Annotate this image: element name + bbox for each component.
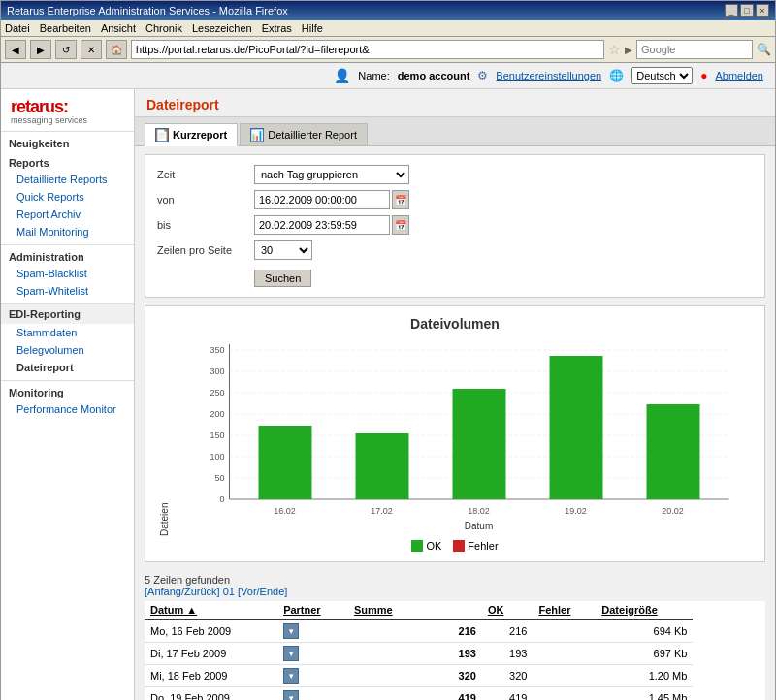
svg-text:350: 350: [210, 345, 224, 355]
table-row: Do, 19 Feb 2009 ▼ 419 419 1.45 Mb: [145, 687, 765, 701]
content-area: Dateireport 📄 Kurzreport 📊 Detaillierter…: [135, 89, 775, 700]
menu-extras[interactable]: Extras: [262, 22, 292, 34]
svg-text:50: 50: [214, 473, 224, 483]
partner-dropdown-icon[interactable]: ▼: [283, 668, 299, 684]
sidebar-neuigkeiten[interactable]: Neuigkeiten: [1, 132, 134, 151]
partner-dropdown-icon[interactable]: ▼: [283, 623, 299, 639]
sidebar-item-dateireport[interactable]: Dateireport: [1, 359, 134, 376]
logo: retarus:: [11, 97, 124, 117]
sidebar-item-mail-monitoring[interactable]: Mail Monitoring: [1, 223, 134, 240]
cell-summe: 216: [348, 620, 482, 643]
svg-text:Datum: Datum: [465, 521, 493, 531]
von-calendar-button[interactable]: 📅: [392, 190, 409, 209]
cell-partner: ▼: [277, 620, 348, 643]
zeit-label: Zeit: [157, 169, 254, 180]
th-groesse[interactable]: Dateigröße: [596, 601, 693, 620]
th-partner[interactable]: Partner: [277, 601, 348, 620]
close-button[interactable]: ×: [756, 4, 769, 17]
bookmark-star-icon[interactable]: ☆: [608, 42, 621, 57]
von-row: von 📅: [157, 190, 753, 209]
menu-ansicht[interactable]: Ansicht: [101, 22, 136, 34]
cell-groesse: 1.45 Mb: [596, 687, 693, 701]
search-button[interactable]: Suchen: [254, 270, 311, 287]
search-input[interactable]: [636, 40, 753, 59]
bis-calendar-button[interactable]: 📅: [392, 215, 409, 235]
tab-kurzreport[interactable]: 📄 Kurzreport: [145, 123, 238, 146]
tab-kurzreport-icon: 📄: [155, 128, 169, 142]
sidebar-item-stammdaten[interactable]: Stammdaten: [1, 324, 134, 341]
table-row: Di, 17 Feb 2009 ▼ 193 193 697 Kb: [145, 643, 765, 665]
tab-detail-icon: 📊: [250, 128, 264, 142]
cell-ok: 320: [482, 665, 534, 687]
maximize-button[interactable]: □: [740, 4, 754, 17]
menu-chronik[interactable]: Chronik: [146, 22, 182, 34]
home-button[interactable]: 🏠: [106, 40, 127, 59]
user-name: demo account: [398, 70, 470, 81]
th-summe[interactable]: Summe: [348, 601, 482, 620]
chart-title: Dateivolumen: [155, 316, 755, 332]
bis-input[interactable]: [254, 215, 390, 235]
th-fehler[interactable]: Fehler: [533, 601, 596, 620]
cell-fehler: [533, 665, 596, 687]
cell-datum: Do, 19 Feb 2009: [145, 687, 277, 701]
minimize-button[interactable]: _: [725, 4, 738, 17]
results-info: 5 Zeilen gefunden [Anfang/Zurück] 01 [Vo…: [135, 570, 775, 601]
sidebar-item-spam-blacklist[interactable]: Spam-Blacklist: [1, 265, 134, 282]
zeit-select[interactable]: nach Tag gruppieren: [254, 165, 409, 184]
table-row: Mo, 16 Feb 2009 ▼ 216 216 694 Kb: [145, 620, 765, 643]
sidebar-item-report-archiv[interactable]: Report Archiv: [1, 206, 134, 223]
sidebar-item-detaillierte-reports[interactable]: Detaillierte Reports: [1, 171, 134, 188]
sidebar-edi-header: EDI-Reporting: [1, 303, 134, 324]
zeit-row: Zeit nach Tag gruppieren: [157, 165, 753, 184]
reload-button[interactable]: ↺: [55, 40, 77, 59]
bis-label: bis: [157, 219, 254, 231]
settings-icon: ⚙: [477, 69, 488, 82]
sidebar-item-quick-reports[interactable]: Quick Reports: [1, 188, 134, 206]
results-nav[interactable]: [Anfang/Zurück] 01 [Vor/Ende]: [145, 586, 765, 597]
partner-dropdown-icon[interactable]: ▼: [283, 690, 299, 700]
menu-lesezeichen[interactable]: Lesezeichen: [192, 22, 252, 34]
settings-link[interactable]: Benutzereinstellungen: [496, 70, 601, 81]
menu-datei[interactable]: Datei: [5, 22, 30, 34]
back-button[interactable]: ◀: [5, 40, 26, 59]
partner-dropdown-icon[interactable]: ▼: [283, 646, 299, 661]
menu-bearbeiten[interactable]: Bearbeiten: [40, 22, 91, 34]
sidebar-monitoring-header: Monitoring: [1, 380, 134, 400]
svg-text:0: 0: [219, 494, 224, 504]
user-bar: 👤 Name: demo account ⚙ Benutzereinstellu…: [1, 63, 775, 89]
svg-text:17.02: 17.02: [371, 506, 393, 516]
forward-button[interactable]: ▶: [30, 40, 51, 59]
search-icon[interactable]: 🔍: [757, 43, 771, 56]
language-select[interactable]: Deutsch: [631, 67, 693, 84]
legend-fehler-label: Fehler: [468, 540, 498, 552]
th-datum[interactable]: Datum ▲: [145, 601, 277, 620]
von-input[interactable]: [254, 190, 390, 209]
sidebar-item-belegvolumen[interactable]: Belegvolumen: [1, 341, 134, 359]
legend-fehler-box: [453, 540, 465, 552]
logo-area: retarus: messaging services: [1, 89, 134, 132]
menu-hilfe[interactable]: Hilfe: [302, 22, 323, 34]
table-header-row: Datum ▲ Partner Summe OK Fehler Dateigrö…: [145, 601, 765, 620]
legend-ok-box: [411, 540, 423, 552]
bar-20-ok: [647, 404, 700, 499]
cell-datum: Mi, 18 Feb 2009: [145, 665, 277, 687]
sidebar-item-performance-monitor[interactable]: Performance Monitor: [1, 400, 134, 418]
svg-text:19.02: 19.02: [565, 506, 587, 516]
logout-icon: ●: [700, 69, 707, 82]
nav-icon: ▶: [625, 45, 632, 55]
address-bar[interactable]: [131, 40, 604, 59]
cell-datum: Mo, 16 Feb 2009: [145, 620, 277, 643]
cell-fehler: [533, 643, 596, 665]
zeilen-label: Zeilen pro Seite: [157, 244, 254, 256]
stop-button[interactable]: ✕: [81, 40, 102, 59]
logo-tagline: messaging services: [11, 115, 124, 125]
sidebar-item-spam-whitelist[interactable]: Spam-Whitelist: [1, 282, 134, 300]
chart-container: Dateivolumen Dateien: [145, 305, 765, 562]
tab-detaillierter-report[interactable]: 📊 Detaillierter Report: [240, 123, 368, 145]
th-ok[interactable]: OK: [482, 601, 534, 620]
chart-wrapper: Dateien: [155, 339, 755, 536]
chart-svg-area: 0 50 100 150 200 250 300 350: [170, 339, 755, 536]
svg-text:16.02: 16.02: [274, 506, 296, 516]
logout-link[interactable]: Abmelden: [715, 70, 763, 81]
zeilen-select[interactable]: 30: [254, 240, 312, 260]
